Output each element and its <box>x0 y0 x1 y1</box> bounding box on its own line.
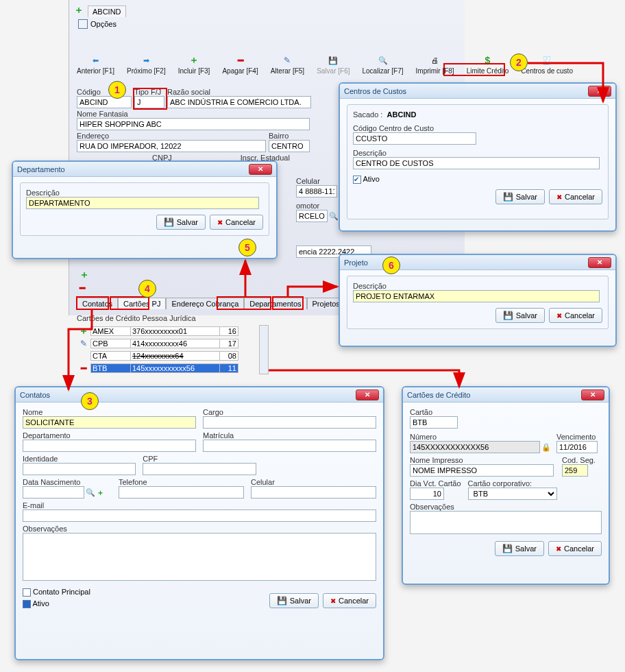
descricao-input[interactable] <box>26 197 259 209</box>
razao-input[interactable] <box>167 96 311 108</box>
dia-vct-input[interactable] <box>410 488 444 500</box>
email-input[interactable] <box>23 509 376 522</box>
contato-principal-checkbox[interactable] <box>23 588 31 597</box>
endereco-input[interactable] <box>77 140 266 152</box>
obs-label: Observações <box>23 525 376 533</box>
tab-departamentos[interactable]: Departamentos <box>244 298 306 309</box>
card-number: 124xxxxxxxx64 <box>130 351 219 361</box>
main-form: Código Tipo F/J Razão social Nome Fantas… <box>77 88 311 162</box>
codigo-cc-input[interactable] <box>353 132 476 145</box>
options-menu[interactable]: Opções <box>78 19 117 29</box>
codigo-cc-label: Código Centro de Custo <box>353 124 602 132</box>
cancelar-button[interactable]: Cancelar <box>548 541 602 556</box>
cartoes-header: Cartões de Crédito Pessoa Jurídica <box>77 314 196 322</box>
salvar-button[interactable]: Salvar <box>156 215 206 230</box>
ativo-checkbox[interactable] <box>23 600 31 608</box>
cargo-input[interactable] <box>203 416 376 429</box>
motor-label: omotor <box>296 202 339 210</box>
nasc-input[interactable] <box>23 486 84 499</box>
motor-input[interactable] <box>296 210 328 222</box>
toolbar-centros-custo[interactable]: 🧾Centros de custo <box>521 53 573 75</box>
scrollbar[interactable] <box>259 325 269 374</box>
toolbar-limite[interactable]: Limite Crédito <box>467 53 509 75</box>
badge-2: 2 <box>510 53 528 71</box>
cancelar-button[interactable]: Cancelar <box>210 215 263 230</box>
ativo-label: Ativo <box>363 175 379 183</box>
celular-input[interactable] <box>296 185 337 197</box>
card-row[interactable]: ━BTB145xxxxxxxxxxx5611 <box>77 362 259 374</box>
toolbar-salvar[interactable]: 💾Salvar [F6] <box>317 53 350 75</box>
venc-input[interactable] <box>556 441 598 453</box>
plus-icon[interactable]: ＋ <box>79 269 89 281</box>
plus-icon[interactable]: ＋ <box>74 4 84 16</box>
toolbar-anterior[interactable]: Anterior [F1] <box>77 53 114 75</box>
salvar-button[interactable]: Salvar <box>495 308 545 323</box>
card-row[interactable]: CTA124xxxxxxxx6408 <box>77 350 259 362</box>
tab-endereco-cobranca[interactable]: Endereço Cobrança <box>166 298 244 309</box>
tab-contatos[interactable]: Contatos <box>77 298 118 309</box>
close-button[interactable]: ✕ <box>356 389 379 400</box>
cards-grid: ＋AMEX376xxxxxxxxx0116✎CPB414xxxxxxxxx461… <box>77 325 259 374</box>
telefone-input[interactable] <box>119 486 244 499</box>
codseg-input[interactable] <box>562 464 588 477</box>
toolbar-apagar[interactable]: ━Apagar [F4] <box>222 53 258 75</box>
close-button[interactable]: ✕ <box>588 257 611 268</box>
toolbar-incluir[interactable]: ＋Incluir [F3] <box>178 53 210 75</box>
cargo-label: Cargo <box>203 408 376 416</box>
descricao-input[interactable] <box>353 290 600 302</box>
close-button[interactable]: ✕ <box>588 86 611 97</box>
edit-icon[interactable]: ✎ <box>77 339 90 348</box>
salvar-button[interactable]: Salvar <box>495 541 544 556</box>
cancel-icon <box>556 544 564 553</box>
plus-icon[interactable]: ＋ <box>77 325 90 337</box>
cancel-icon <box>330 597 339 605</box>
search-icon[interactable] <box>329 212 339 221</box>
cancelar-button[interactable]: Cancelar <box>323 593 376 608</box>
cpf-input[interactable] <box>143 463 256 475</box>
matricula-input[interactable] <box>203 440 376 452</box>
close-button[interactable]: ✕ <box>581 389 604 400</box>
corporativo-select[interactable]: BTB <box>468 488 557 500</box>
numero-input[interactable] <box>410 441 540 453</box>
dia-vct-label: Dia Vct. Cartão <box>410 479 461 488</box>
dialog-title: Contatos <box>20 391 50 399</box>
nome-input[interactable] <box>23 416 196 429</box>
identidade-input[interactable] <box>23 463 136 475</box>
salvar-button[interactable]: Salvar <box>269 593 319 608</box>
nasc-label: Data Nascimento <box>23 478 112 486</box>
ativo-checkbox[interactable] <box>353 176 361 184</box>
cancel-icon <box>556 193 565 201</box>
matricula-label: Matrícula <box>203 431 376 440</box>
lock-icon[interactable]: 🔒 <box>541 443 551 452</box>
toolbar-localizar[interactable]: Localizar [F7] <box>363 53 404 75</box>
dialog-title: Departamento <box>17 165 65 173</box>
tipo-input[interactable] <box>134 96 164 108</box>
obs-textarea[interactable] <box>23 533 376 581</box>
celular2-input[interactable] <box>251 486 376 499</box>
minus-icon[interactable]: ━ <box>77 363 90 374</box>
dialog-title: Projeto <box>344 259 368 267</box>
tab-title[interactable]: ABCIND <box>88 5 126 17</box>
close-button[interactable]: ✕ <box>249 164 272 175</box>
cartao-input[interactable] <box>410 416 458 429</box>
toolbar-alterar[interactable]: ✎Alterar [F5] <box>271 53 304 75</box>
descricao-cc-input[interactable] <box>353 157 600 169</box>
codigo-input[interactable] <box>77 96 132 108</box>
cancelar-button[interactable]: Cancelar <box>549 308 602 323</box>
bairro-input[interactable] <box>269 140 310 152</box>
plus-icon[interactable]: ＋ <box>97 488 104 498</box>
cancelar-button[interactable]: Cancelar <box>549 189 602 204</box>
search-icon[interactable] <box>86 488 95 497</box>
toolbar-proximo[interactable]: Próximo [F2] <box>127 53 166 75</box>
tab-cartoes-pj[interactable]: Cartões PJ <box>118 298 166 309</box>
obs-textarea[interactable] <box>410 511 602 534</box>
minus-icon[interactable]: ━ <box>79 283 85 293</box>
departamento-input[interactable] <box>23 440 196 452</box>
edit-icon: ✎ <box>284 53 291 67</box>
salvar-button[interactable]: Salvar <box>495 189 545 204</box>
nome-impresso-input[interactable] <box>410 464 554 477</box>
card-row[interactable]: ＋AMEX376xxxxxxxxx0116 <box>77 325 259 337</box>
card-row[interactable]: ✎CPB414xxxxxxxxx4617 <box>77 337 259 350</box>
fantasia-input[interactable] <box>77 118 310 130</box>
toolbar-imprimir[interactable]: Imprimir [F8] <box>416 53 454 75</box>
